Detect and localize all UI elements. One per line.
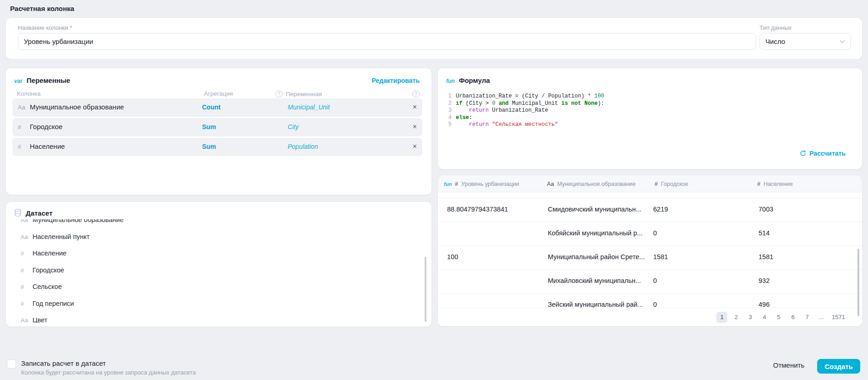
data-type-value: Число xyxy=(765,38,785,45)
table-row: Кобяйский муниципальный р... 0 514 xyxy=(438,222,862,246)
number-type-icon: # xyxy=(21,267,24,274)
string-type-icon: Аа xyxy=(21,317,28,323)
calculate-button[interactable]: Рассчитать xyxy=(800,150,846,157)
aggregation-value[interactable]: Sum xyxy=(202,143,216,150)
number-type-icon: # xyxy=(18,124,21,130)
chevron-down-icon xyxy=(840,40,845,43)
dataset-field-name: Городское xyxy=(33,266,64,274)
line-number: 4 xyxy=(446,114,452,122)
variable-row[interactable]: # Население Sum Population × xyxy=(12,138,422,156)
cell-population: 514 xyxy=(759,229,770,237)
aggregation-value[interactable]: Count xyxy=(202,103,220,111)
code-line: 3 return Urbanization_Rate xyxy=(446,107,604,114)
number-type-icon: # xyxy=(455,181,458,187)
page-button[interactable]: 3 xyxy=(745,312,756,323)
cell-city: 0 xyxy=(653,301,657,308)
dataset-field[interactable]: # Сельское xyxy=(6,279,428,296)
page-button[interactable]: 2 xyxy=(731,312,742,323)
preview-table-header: fun # Уровень урбанизации Аа Муниципальн… xyxy=(438,175,862,192)
page-button[interactable]: 1 xyxy=(716,312,727,323)
preview-table-panel: fun # Уровень урбанизации Аа Муниципальн… xyxy=(437,175,863,326)
cancel-button[interactable]: Отменить xyxy=(770,361,807,369)
cell-municipal-unit: Зейский муниципальный рай... xyxy=(548,301,643,308)
variable-column-name: Население xyxy=(30,142,65,150)
data-type-select[interactable]: Число xyxy=(759,33,851,50)
cell-city: 0 xyxy=(653,277,657,284)
string-type-icon: Аа xyxy=(21,219,28,223)
cell-population: 496 xyxy=(759,301,770,308)
number-type-icon: # xyxy=(21,250,24,257)
cell-municipal-unit: Кобяйский муниципальный р... xyxy=(548,229,643,237)
remove-variable-icon[interactable]: × xyxy=(413,142,417,151)
remove-variable-icon[interactable]: × xyxy=(413,103,417,111)
dataset-field[interactable]: # Городское xyxy=(6,262,428,279)
dataset-title: Датасет xyxy=(26,209,53,217)
formula-code-editor[interactable]: 1Urbanization_Rate = (City / Population)… xyxy=(446,93,604,129)
write-to-dataset-checkbox[interactable] xyxy=(7,359,16,369)
column-name-input[interactable] xyxy=(18,33,756,50)
variable-column-name: Муниципальное образование xyxy=(30,103,124,111)
write-to-dataset-label: Записать расчет в датасет xyxy=(21,359,106,367)
dataset-field-name: Населенный пункт xyxy=(33,233,90,240)
variables-panel: var Переменные Редактировать Колонка Агр… xyxy=(5,68,432,195)
code-line: 4else: xyxy=(446,114,604,122)
cell-city: 0 xyxy=(653,229,657,237)
help-icon[interactable]: ? xyxy=(412,90,420,98)
line-number: 2 xyxy=(446,100,452,108)
fun-tag-icon: fun xyxy=(446,78,455,84)
column-name-label: Название колонки * xyxy=(18,24,72,31)
var-tag-icon: var xyxy=(14,78,22,84)
pagination: 1 2 3 4 5 6 7 ... 1571 xyxy=(438,308,862,326)
variable-name[interactable]: Population xyxy=(288,143,318,150)
cell-city: 6219 xyxy=(653,206,668,213)
variable-row[interactable]: # Городское Sum City × xyxy=(12,118,422,136)
variable-name[interactable]: Municipal_Unit xyxy=(288,103,330,111)
preview-column-header[interactable]: fun # Уровень урбанизации xyxy=(444,175,519,192)
header-column: Колонка xyxy=(17,90,41,97)
help-icon[interactable]: ? xyxy=(275,90,283,98)
code-line: 5 return "Сельская местность" xyxy=(446,121,604,129)
data-type-label: Тип данных xyxy=(759,24,792,31)
dataset-field[interactable]: Аа Населенный пункт xyxy=(6,229,428,246)
create-button[interactable]: Создать xyxy=(817,359,860,374)
variables-title: Переменные xyxy=(27,76,70,84)
database-icon xyxy=(14,209,22,217)
code-line: 2if (City > 0 and Municipal_Unit is not … xyxy=(446,100,604,108)
remove-variable-icon[interactable]: × xyxy=(413,123,417,131)
preview-column-header[interactable]: # Население xyxy=(757,175,793,192)
table-scrollbar[interactable] xyxy=(857,249,859,316)
number-type-icon: # xyxy=(655,181,658,187)
number-type-icon: # xyxy=(21,300,24,307)
page-button[interactable]: 4 xyxy=(759,312,770,323)
page-button[interactable]: 7 xyxy=(802,312,813,323)
preview-column-header[interactable]: # Городское xyxy=(655,175,688,192)
number-type-icon: # xyxy=(21,283,24,290)
dataset-field-name: Муниципальное образование xyxy=(33,219,124,223)
line-number: 1 xyxy=(446,93,452,100)
write-to-dataset-hint: Колонка будет рассчитана на уровне запро… xyxy=(21,369,196,376)
edit-variables-link[interactable]: Редактировать xyxy=(371,77,420,84)
aggregation-value[interactable]: Sum xyxy=(202,123,216,130)
header-aggregation: Агрегация xyxy=(204,90,233,97)
page-button[interactable]: 5 xyxy=(773,312,784,323)
preview-column-header[interactable]: Аа Муниципальное образование xyxy=(547,175,636,192)
variable-name[interactable]: City xyxy=(288,123,299,130)
pagination-ellipsis: ... xyxy=(816,312,827,323)
dataset-field[interactable]: # Население xyxy=(6,245,428,262)
header-variable: Переменная xyxy=(286,91,322,98)
dataset-field-name: Сельское xyxy=(33,283,62,290)
string-type-icon: Аа xyxy=(21,233,28,240)
dataset-field-name: Год переписи xyxy=(33,300,74,307)
page-button[interactable]: 6 xyxy=(787,312,798,323)
cell-city: 1581 xyxy=(653,253,668,261)
dataset-field[interactable]: Аа Муниципальное образование xyxy=(6,219,428,229)
number-type-icon: # xyxy=(18,143,21,150)
string-type-icon: Аа xyxy=(547,181,554,187)
dataset-scrollbar[interactable] xyxy=(425,257,426,322)
variable-row[interactable]: Аа Муниципальное образование Count Munic… xyxy=(12,98,422,117)
cell-urbanization: 100 xyxy=(447,253,458,261)
page-button[interactable]: 1571 xyxy=(830,312,847,323)
dataset-field[interactable]: Аа Цвет xyxy=(6,312,428,323)
line-number: 5 xyxy=(446,121,452,129)
dataset-field[interactable]: # Год переписи xyxy=(6,296,428,313)
